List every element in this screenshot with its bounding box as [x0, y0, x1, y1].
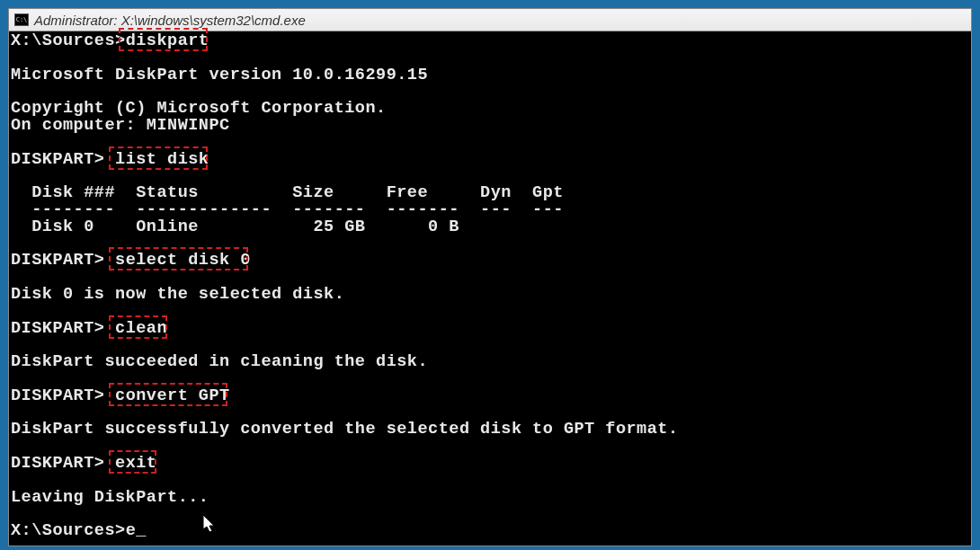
titlebar[interactable]: C:\ Administrator: X:\windows\system32\c… — [9, 9, 971, 31]
terminal-line: Disk 0 is now the selected disk. — [11, 287, 969, 304]
terminal-line: Microsoft DiskPart version 10.0.16299.15 — [11, 67, 969, 84]
window-title: Administrator: X:\windows\system32\cmd.e… — [34, 13, 306, 28]
terminal-line: X:\Sources>diskpart — [11, 33, 969, 50]
terminal-line: Leaving DiskPart... — [11, 490, 969, 507]
terminal-line — [11, 50, 969, 67]
command-text: clean — [115, 319, 167, 338]
prompt: X:\Sources> — [11, 521, 126, 540]
terminal-line: DISKPART> clean — [11, 321, 969, 338]
terminal-line: -------- ------------- ------- ------- -… — [11, 202, 969, 219]
command-text: convert GPT — [115, 386, 230, 405]
terminal-line — [11, 506, 969, 523]
prompt: DISKPART> — [11, 150, 115, 169]
terminal-line: DiskPart succeeded in cleaning the disk. — [11, 354, 969, 371]
terminal-line — [11, 473, 969, 490]
terminal-line: DISKPART> exit — [11, 456, 969, 473]
command-text: list disk — [115, 150, 209, 169]
terminal-line: X:\Sources>e_ — [11, 523, 969, 540]
terminal-line: Disk 0 Online 25 GB 0 B — [11, 219, 969, 236]
command-text: diskpart — [126, 31, 209, 50]
prompt: DISKPART> — [11, 454, 115, 473]
terminal-line: DiskPart successfully converted the sele… — [11, 421, 969, 439]
prompt: X:\Sources> — [11, 31, 126, 50]
cmd-icon: C:\ — [14, 13, 29, 26]
prompt: DISKPART> — [11, 251, 115, 270]
prompt: DISKPART> — [11, 319, 115, 338]
terminal-line: On computer: MINWINPC — [11, 118, 969, 135]
terminal-line: DISKPART> list disk — [11, 152, 969, 169]
command-text: e — [126, 521, 137, 540]
command-text: exit — [115, 454, 156, 473]
terminal-output[interactable]: X:\Sources>diskpartMicrosoft DiskPart ve… — [9, 31, 971, 542]
terminal-line: DISKPART> convert GPT — [11, 388, 969, 405]
command-text: select disk 0 — [115, 251, 251, 270]
cmd-icon-label: C:\ — [16, 17, 28, 23]
terminal-line: DISKPART> select disk 0 — [11, 253, 969, 270]
cmd-window: C:\ Administrator: X:\windows\system32\c… — [8, 8, 972, 546]
text-cursor: _ — [136, 521, 147, 540]
prompt: DISKPART> — [11, 386, 115, 405]
